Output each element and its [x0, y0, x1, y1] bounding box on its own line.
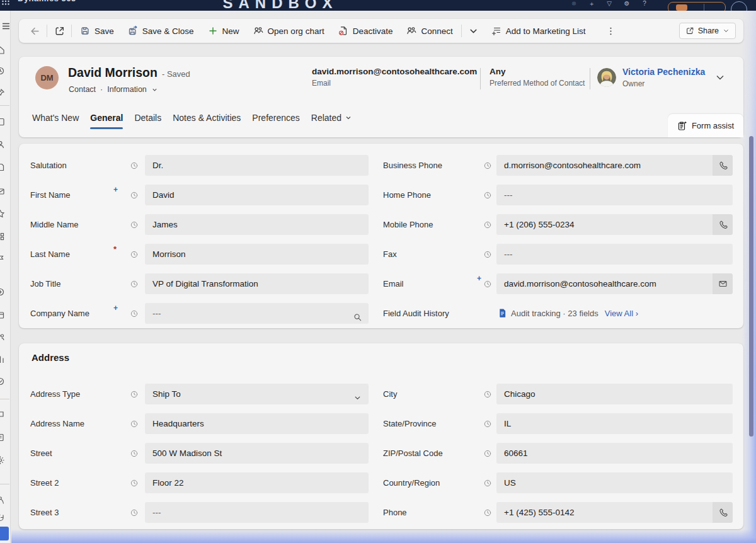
- dropdown-chevron-icon[interactable]: [353, 389, 362, 399]
- field-input-business-phone[interactable]: d.morrison@contosohealthcare.com: [496, 155, 733, 176]
- nav-pinned-icon[interactable]: [0, 88, 5, 98]
- plus-icon-topbar[interactable]: ＋: [588, 0, 595, 8]
- field-input-phone[interactable]: +1 (425) 555-0142: [496, 502, 733, 523]
- nav-item-icon[interactable]: [0, 140, 5, 149]
- field-history-icon[interactable]: [483, 191, 492, 200]
- nav-item-icon[interactable]: [0, 287, 5, 297]
- deactivate-button[interactable]: Deactivate: [331, 21, 400, 40]
- field-input-street-2[interactable]: Floor 22: [145, 472, 369, 493]
- form-selector[interactable]: Information: [107, 85, 147, 94]
- tab-general[interactable]: General: [84, 106, 129, 130]
- nav-item-icon[interactable]: [0, 433, 5, 442]
- nav-item-icon[interactable]: [0, 496, 5, 505]
- nav-item-icon[interactable]: [0, 377, 5, 386]
- field-input-company-name[interactable]: ---: [145, 303, 369, 324]
- nav-item-icon[interactable]: [0, 410, 5, 420]
- connect-button[interactable]: Connect: [399, 21, 459, 40]
- field-input-last-name[interactable]: Morrison: [145, 244, 369, 265]
- filter-icon[interactable]: ▽: [605, 0, 613, 8]
- open-org-chart-button[interactable]: Open org chart: [246, 21, 331, 40]
- nav-item-icon[interactable]: [0, 254, 5, 263]
- nav-item-icon[interactable]: [0, 355, 5, 364]
- field-history-icon[interactable]: [130, 191, 139, 200]
- nav-item-icon[interactable]: [0, 163, 5, 172]
- field-history-icon[interactable]: [483, 161, 492, 170]
- user-avatar[interactable]: [731, 1, 747, 11]
- field-input-address-name[interactable]: Headquarters: [145, 413, 369, 434]
- header-email-value[interactable]: david.morrison@contosohealthcare.com: [312, 67, 477, 76]
- back-button[interactable]: [24, 21, 45, 40]
- field-input-street-3[interactable]: ---: [145, 502, 369, 523]
- field-history-icon[interactable]: [130, 161, 139, 170]
- field-history-icon[interactable]: [130, 220, 139, 229]
- nav-item-icon[interactable]: [0, 209, 5, 219]
- field-history-icon[interactable]: [483, 420, 492, 428]
- field-input-address-type[interactable]: Ship To: [145, 384, 369, 404]
- gear-icon[interactable]: ⚙: [623, 0, 631, 8]
- field-input-job-title[interactable]: VP of Digital Transformation: [145, 273, 369, 294]
- tab-details[interactable]: Details: [129, 106, 167, 130]
- owner-name-link[interactable]: Victoria Pechenizka: [622, 67, 705, 77]
- field-history-icon[interactable]: [483, 508, 492, 517]
- waffle-menu-icon[interactable]: [1, 0, 10, 6]
- header-email-field[interactable]: david.morrison@contosohealthcare.com Ema…: [312, 67, 477, 88]
- more-commands-button[interactable]: [600, 21, 622, 40]
- header-expand-chevron-icon[interactable]: [715, 72, 725, 83]
- vertical-scrollbar[interactable]: [749, 136, 753, 437]
- tab-notes-activities[interactable]: Notes & Activities: [167, 106, 246, 130]
- field-history-icon[interactable]: [483, 390, 492, 399]
- popout-button[interactable]: [49, 21, 70, 40]
- field-input-street[interactable]: 500 W Madison St: [145, 443, 369, 464]
- field-input-fax[interactable]: ---: [496, 244, 733, 265]
- new-button[interactable]: New: [201, 21, 246, 40]
- field-history-icon[interactable]: [130, 508, 139, 517]
- nav-item-icon[interactable]: [0, 186, 5, 196]
- form-assist-button[interactable]: Form assist: [668, 114, 743, 137]
- nav-home-icon[interactable]: [0, 45, 5, 55]
- help-icon[interactable]: ?: [641, 0, 648, 8]
- view-all-link[interactable]: View All ›: [605, 309, 638, 318]
- field-history-icon[interactable]: [130, 280, 139, 289]
- phone-call-icon[interactable]: [713, 155, 733, 176]
- field-history-icon[interactable]: [483, 449, 492, 458]
- field-history-icon[interactable]: [483, 220, 492, 229]
- tab-related[interactable]: Related: [306, 106, 358, 130]
- field-history-icon[interactable]: [483, 280, 492, 289]
- field-input-city[interactable]: Chicago: [496, 384, 733, 404]
- nav-item-icon[interactable]: [0, 455, 5, 465]
- field-input-country-region[interactable]: US: [496, 472, 733, 493]
- field-input-zip-postal-code[interactable]: 60661: [496, 443, 733, 464]
- field-history-icon[interactable]: [483, 250, 492, 259]
- tab-preferences[interactable]: Preferences: [246, 106, 305, 130]
- field-history-icon[interactable]: [130, 309, 139, 318]
- nav-menu-icon[interactable]: [2, 21, 11, 31]
- owner-avatar[interactable]: [597, 68, 616, 87]
- save-close-button[interactable]: Save & Close: [121, 21, 201, 40]
- phone-call-icon[interactable]: [713, 214, 733, 235]
- lightbulb-icon[interactable]: ⌾: [570, 0, 578, 8]
- nav-item-icon[interactable]: [0, 333, 5, 342]
- field-history-icon[interactable]: [130, 420, 139, 428]
- overflow-chevron-button[interactable]: [463, 21, 484, 40]
- field-history-icon[interactable]: [130, 250, 139, 259]
- nav-recent-icon[interactable]: [0, 66, 5, 76]
- field-input-email[interactable]: david.morrison@contosohealthcare.com: [496, 273, 733, 294]
- nav-item-icon[interactable]: [0, 311, 5, 320]
- phone-call-icon[interactable]: [713, 502, 733, 523]
- copilot-badge[interactable]: [668, 2, 726, 11]
- nav-item-icon[interactable]: [0, 513, 5, 522]
- field-input-salutation[interactable]: Dr.: [145, 155, 369, 176]
- field-history-icon[interactable]: [130, 390, 139, 399]
- chevron-down-icon[interactable]: [151, 86, 158, 93]
- field-history-icon[interactable]: [130, 479, 139, 488]
- field-input-mobile-phone[interactable]: +1 (206) 555-0234: [496, 214, 733, 235]
- field-input-middle-name[interactable]: James: [145, 214, 369, 235]
- add-marketing-list-button[interactable]: Add to Marketing List: [484, 21, 593, 40]
- field-history-icon[interactable]: [130, 449, 139, 458]
- nav-app-tile[interactable]: [0, 527, 9, 540]
- send-email-icon[interactable]: [713, 273, 733, 294]
- save-button[interactable]: Save: [73, 21, 121, 40]
- nav-item-icon[interactable]: [0, 232, 5, 241]
- tab-what-s-new[interactable]: What's New: [26, 106, 84, 130]
- nav-item-icon[interactable]: [0, 117, 5, 127]
